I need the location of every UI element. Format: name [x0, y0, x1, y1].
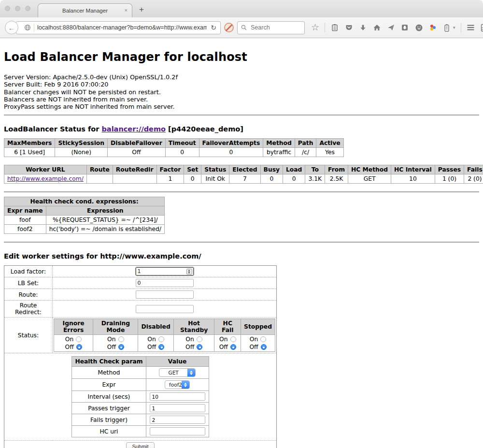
stopped-off-radio[interactable]	[261, 344, 267, 350]
status-radio-row: On Off On Off On Off	[54, 335, 275, 352]
route-redirect-input[interactable]	[136, 305, 194, 313]
divider	[4, 115, 479, 116]
overflow-chevron-icon[interactable]: ▾	[453, 25, 455, 30]
col-expr-name: Expr name	[4, 206, 46, 216]
hc-fail-off-radio[interactable]	[230, 344, 236, 350]
balancers-notice-line: Balancers are NOT inherited from main se…	[4, 96, 479, 103]
cell-busy: 0	[260, 174, 283, 184]
save-to-box-icon[interactable]	[400, 23, 409, 32]
reading-list-icon[interactable]	[330, 23, 339, 32]
downloads-icon[interactable]	[358, 23, 367, 32]
tab-groups-grid-icon[interactable]	[481, 23, 483, 32]
table-title-row: Health check cond. expressions:	[4, 197, 165, 206]
hc-row-hc-uri: HC uri	[72, 426, 209, 437]
stopped-on-radio[interactable]	[260, 336, 266, 342]
col-disabled: Disabled	[138, 319, 173, 335]
col-active: Active	[316, 139, 343, 148]
colored-dots-extension-icon[interactable]	[428, 23, 437, 32]
cell-failoverattempts: 0	[199, 148, 263, 157]
server-built-line: Server Built: Feb 9 2016 07:00:20	[4, 81, 479, 88]
hot-standby-off-radio[interactable]	[197, 344, 202, 350]
off-label: Off	[65, 344, 74, 350]
col-hc-method: HC Method	[348, 165, 391, 174]
on-label: On	[185, 336, 194, 343]
on-label: On	[107, 336, 115, 343]
edit-worker-form-table: Load factor: ▲▼ LB Set: Route: Route Red…	[4, 265, 277, 448]
disabled-off-radio[interactable]	[158, 344, 164, 350]
adblock-disabled-icon[interactable]	[224, 23, 234, 32]
send-tab-icon[interactable]	[386, 23, 395, 32]
browser-window: Balancer Manager × + ← localhost:8880/ba…	[0, 0, 483, 448]
menu-hamburger-icon[interactable]	[467, 23, 475, 32]
globe-icon	[24, 24, 31, 31]
on-label: On	[65, 336, 73, 343]
search-bar[interactable]	[237, 21, 305, 34]
url-text[interactable]: localhost:8880/balancer-manager?b=demo&w…	[37, 24, 207, 31]
emoji-smiley-icon[interactable]	[414, 23, 423, 32]
draining-mode-off-radio[interactable]	[118, 344, 124, 350]
route-input[interactable]	[136, 290, 194, 299]
status-header-row: Ignore Errors Draining Mode Disabled Hot…	[54, 319, 275, 335]
tab-balancer-manager[interactable]: Balancer Manager ×	[38, 3, 132, 17]
interval-input[interactable]	[150, 392, 205, 401]
col-fails: Fails	[464, 165, 483, 174]
cell-hc-method: GET	[348, 174, 391, 184]
tab-title: Balancer Manager	[62, 8, 108, 14]
hc-row-passes: Passes trigger	[72, 403, 209, 414]
url-divider	[34, 24, 34, 32]
col-hc-interval: HC Interval	[391, 165, 435, 174]
tab-close-icon[interactable]: ×	[125, 7, 128, 13]
col-ignore-errors: Ignore Errors	[54, 319, 93, 335]
loadbalancer-status-heading: LoadBalancer Status for balancer://demo …	[4, 125, 479, 133]
ignore-errors-off-radio[interactable]	[76, 344, 82, 350]
method-label: Method	[72, 367, 146, 379]
col-route: Route	[86, 165, 113, 174]
off-label: Off	[185, 344, 194, 350]
new-tab-button[interactable]: +	[139, 5, 144, 14]
back-button[interactable]: ←	[5, 21, 18, 34]
reload-icon[interactable]: ↻	[210, 24, 217, 31]
table-header-row: Worker URL Route RouteRedir Factor Set S…	[4, 165, 483, 174]
lb-set-input[interactable]	[136, 279, 194, 287]
bookmark-star-icon[interactable]: ☆	[311, 23, 319, 32]
hc-fail-on-radio[interactable]	[230, 336, 236, 342]
balancer-demo-link[interactable]: balancer://demo	[101, 125, 166, 133]
cell-expr-name: foof	[4, 216, 46, 225]
form-row-submit: Submit	[4, 441, 277, 448]
home-icon[interactable]	[372, 23, 381, 32]
col-stopped: Stopped	[241, 319, 275, 335]
hc-uri-input[interactable]	[150, 427, 205, 435]
health-check-param-table: Health Check param Value Method GET	[71, 356, 209, 437]
worker-url-link[interactable]: http://www.example.com/	[7, 175, 84, 182]
search-input[interactable]	[250, 24, 293, 31]
hc-row-interval: Interval (secs)	[72, 391, 209, 403]
cell-expression: %{REQUEST_STATUS} =~ /^[234]/	[46, 216, 164, 225]
minimize-window-button[interactable]	[15, 6, 20, 11]
submit-button[interactable]: Submit	[126, 442, 154, 448]
col-path: Path	[295, 139, 316, 148]
expr-select[interactable]: foof2	[165, 380, 190, 389]
cell-maxmembers: 6 [1 Used]	[4, 148, 55, 157]
pocket-icon[interactable]	[344, 23, 353, 32]
hot-standby-on-radio[interactable]	[197, 336, 202, 342]
number-stepper[interactable]: ▲▼	[186, 269, 192, 275]
battery-icon[interactable]	[442, 23, 451, 32]
col-to: To	[305, 165, 325, 174]
maximize-window-button[interactable]	[25, 6, 30, 11]
hc-expr-title: Health check cond. expressions:	[4, 197, 165, 206]
close-window-button[interactable]	[5, 6, 10, 11]
cell-method: bytraffic	[263, 148, 295, 157]
draining-mode-on-radio[interactable]	[118, 336, 124, 342]
load-factor-input[interactable]	[136, 267, 194, 275]
worker-status-table: Worker URL Route RouteRedir Factor Set S…	[4, 165, 483, 184]
cell-route	[86, 174, 113, 184]
page-title: Load Balancer Manager for localhost	[4, 50, 479, 64]
ignore-errors-on-radio[interactable]	[76, 336, 82, 342]
col-draining-mode: Draining Mode	[93, 319, 138, 335]
method-select[interactable]: GET	[159, 368, 196, 377]
edit-worker-settings-heading: Edit worker settings for http://www.exam…	[4, 252, 479, 260]
fails-trigger-input[interactable]	[150, 416, 205, 424]
passes-trigger-input[interactable]	[150, 404, 205, 412]
disabled-on-radio[interactable]	[158, 336, 164, 342]
url-bar[interactable]: localhost:8880/balancer-manager?b=demo&w…	[16, 21, 221, 34]
